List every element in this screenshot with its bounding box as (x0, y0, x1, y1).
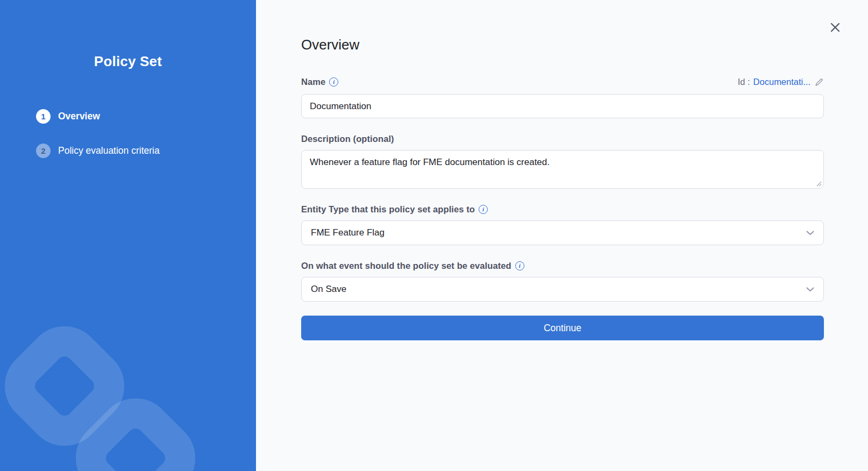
entity-type-select[interactable]: FME Feature Flag (301, 220, 824, 245)
wizard-steps: 1 Overview 2 Policy evaluation criteria (0, 109, 256, 158)
description-label: Description (optional) (301, 134, 394, 144)
continue-button[interactable]: Continue (301, 316, 824, 340)
event-info-icon[interactable]: i (515, 261, 524, 270)
chain-link-logo-watermark-icon (0, 0, 256, 471)
entity-type-section: Entity Type that this policy set applies… (301, 204, 824, 245)
chevron-down-icon (806, 231, 814, 236)
description-section: Description (optional) Whenever a featur… (301, 134, 824, 189)
name-label-row: Name i Id : Documentati... (301, 77, 824, 87)
page-title: Overview (301, 37, 824, 53)
wizard-sidebar: Policy Set 1 Overview 2 Policy evaluatio… (0, 0, 256, 471)
close-button[interactable] (828, 20, 842, 34)
id-prefix: Id : (738, 77, 750, 87)
wizard-title: Policy Set (0, 53, 256, 70)
step-overview[interactable]: 1 Overview (0, 109, 256, 124)
event-label: On what event should the policy set be e… (301, 261, 524, 271)
pencil-icon (815, 77, 824, 87)
event-select[interactable]: On Save (301, 277, 824, 302)
entity-id-row: Id : Documentati... (738, 77, 824, 87)
entity-type-label: Entity Type that this policy set applies… (301, 204, 488, 215)
step-2-badge: 2 (36, 144, 51, 158)
entity-id-link[interactable]: Documentati... (753, 77, 810, 87)
step-2-label: Policy evaluation criteria (58, 145, 160, 156)
description-textarea[interactable]: Whenever a feature flag for FME document… (301, 150, 824, 189)
name-input[interactable] (301, 94, 824, 118)
description-textarea-wrap: Whenever a feature flag for FME document… (301, 150, 824, 189)
event-value: On Save (311, 284, 346, 295)
entity-type-info-icon[interactable]: i (479, 205, 488, 214)
event-section: On what event should the policy set be e… (301, 261, 824, 302)
entity-type-value: FME Feature Flag (311, 227, 385, 238)
chevron-down-icon (806, 287, 814, 292)
name-label: Name i (301, 77, 338, 87)
close-icon (830, 22, 841, 33)
step-1-badge: 1 (36, 109, 51, 124)
step-policy-evaluation-criteria[interactable]: 2 Policy evaluation criteria (0, 144, 256, 158)
overview-form-panel: Overview Name i Id : Documentati... Desc… (256, 0, 868, 471)
step-1-label: Overview (58, 111, 100, 122)
name-info-icon[interactable]: i (329, 77, 338, 87)
edit-id-button[interactable] (815, 77, 824, 87)
